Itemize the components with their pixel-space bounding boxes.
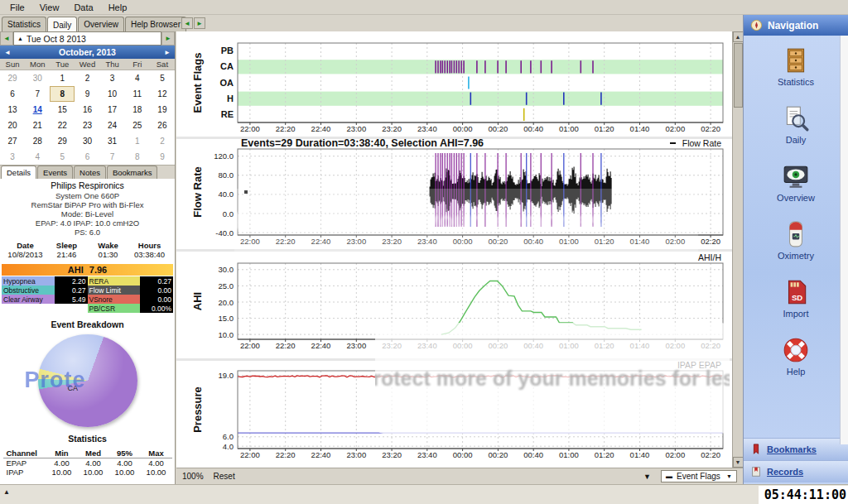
calendar-day[interactable]: 24 (100, 118, 125, 133)
calendar-day[interactable]: 16 (75, 102, 99, 118)
event-value: 2.20 (55, 276, 88, 286)
calendar-day[interactable]: 20 (0, 118, 25, 133)
nav-section-bookmarks[interactable]: Bookmarks (744, 438, 848, 460)
calendar-day[interactable]: 7 (100, 149, 125, 165)
nav-item-overview[interactable]: Overview (744, 162, 848, 220)
pressure-panel[interactable]: 19.06.04.0IPAP EPAP22:0022:2022:4023:002… (191, 360, 723, 459)
graph-selector[interactable]: ▬ Event Flags ▼ (661, 470, 737, 482)
calendar-day[interactable]: 25 (125, 118, 150, 133)
scroll-down-icon[interactable]: ▼ (733, 457, 744, 468)
calendar-month-label[interactable]: October, 2013 (59, 47, 116, 57)
calendar-day[interactable]: 7 (25, 86, 50, 102)
detail-tab-notes[interactable]: Notes (74, 166, 106, 179)
nav-item-import[interactable]: SDImport (744, 278, 848, 336)
calendar-day[interactable]: 30 (25, 70, 50, 86)
calendar-day[interactable]: 3 (0, 149, 25, 165)
calendar-next-icon[interactable]: ► (164, 49, 171, 56)
calendar-day[interactable]: 2 (150, 133, 175, 149)
calendar-day[interactable]: 6 (75, 149, 99, 165)
calendar-day[interactable]: 22 (50, 118, 75, 133)
nav-section-records[interactable]: Records (744, 460, 848, 482)
menu-file[interactable]: File (2, 2, 32, 13)
svg-text:01:00: 01:00 (559, 237, 579, 246)
calendar-day[interactable]: 9 (75, 86, 99, 102)
calendar-day[interactable]: 8 (125, 149, 150, 165)
tab-help-browser[interactable]: Help Browser (125, 17, 186, 31)
navigation-title: Navigation (768, 20, 818, 31)
event-flags-panel[interactable]: PBCAOAHRE22:0022:2022:4023:0023:2023:400… (191, 43, 723, 133)
svg-text:25.0: 25.0 (219, 281, 234, 290)
calendar-day[interactable]: 29 (0, 70, 25, 86)
calendar-day[interactable]: 9 (150, 149, 175, 165)
calendar-day[interactable]: 11 (125, 86, 150, 102)
calendar-day[interactable]: 2 (75, 70, 99, 86)
calendar-day[interactable]: 10 (100, 86, 125, 102)
nav-item-help[interactable]: Help (744, 336, 848, 394)
detail-tab-bookmarks[interactable]: Bookmarks (107, 166, 158, 179)
calendar-day[interactable]: 3 (100, 70, 125, 86)
status-expand-icon[interactable]: ▲ (3, 488, 10, 496)
scrollbar-thumb[interactable] (734, 43, 743, 108)
menu-help[interactable]: Help (101, 2, 135, 13)
ahi-panel[interactable]: 30.025.020.015.010.0AHI/H22:0022:2022:40… (191, 252, 723, 350)
tab-daily[interactable]: Daily (47, 17, 77, 32)
current-date-dropdown[interactable]: ▲ Tue Oct 8 2013 (13, 31, 161, 46)
reset-button[interactable]: Reset (214, 472, 235, 481)
tab-overview[interactable]: Overview (78, 17, 124, 31)
calendar-day[interactable]: 4 (125, 70, 150, 86)
nav-item-oximetry[interactable]: Oximetry (744, 220, 848, 278)
svg-text:RE: RE (221, 109, 234, 119)
calendar-day[interactable]: 14 (25, 102, 50, 118)
calendar-day[interactable]: 27 (0, 133, 25, 149)
prev-day-button[interactable]: ◄ (0, 31, 13, 46)
menu-data[interactable]: Data (66, 2, 100, 13)
calendar-day[interactable]: 1 (50, 70, 75, 86)
calendar-prev-icon[interactable]: ◄ (4, 49, 11, 56)
calendar-day[interactable]: 23 (75, 118, 99, 133)
detail-tab-events[interactable]: Events (37, 166, 73, 179)
calendar-day[interactable]: 18 (125, 102, 150, 118)
oximeter-icon (782, 220, 810, 248)
nav-item-daily[interactable]: Daily (744, 104, 848, 162)
calendar-day[interactable]: 1 (125, 133, 150, 149)
calendar-day[interactable]: 30 (75, 133, 99, 149)
calendar-day[interactable]: 13 (0, 102, 25, 118)
charts-canvas[interactable]: PBCAOAHRE22:0022:2022:4023:0023:2023:400… (176, 31, 732, 468)
chart-area[interactable]: PBCAOAHRE22:0022:2022:4023:0023:2023:400… (176, 31, 732, 468)
menu-view[interactable]: View (32, 2, 67, 13)
calendar-day[interactable]: 26 (150, 118, 175, 133)
calendar-day[interactable]: 19 (150, 102, 175, 118)
session-header: Date (5, 241, 46, 250)
calendar-day[interactable]: 12 (150, 86, 175, 102)
next-day-button[interactable]: ► (161, 31, 175, 46)
detail-tab-details[interactable]: Details (1, 166, 36, 179)
collapse-graphs-icon[interactable]: ▼ (643, 473, 651, 481)
calendar-day[interactable]: 15 (50, 102, 75, 118)
calendar-day[interactable]: 21 (25, 118, 50, 133)
calendar-day[interactable]: 31 (100, 133, 125, 149)
nav-scrollbar[interactable] (840, 36, 848, 444)
nav-item-label: Daily (786, 135, 806, 145)
calendar-weekday: Thu (100, 59, 125, 70)
calendar-day[interactable]: 5 (50, 149, 75, 165)
svg-text:01:00: 01:00 (559, 341, 579, 350)
pressure-legend-label: IPAP EPAP (677, 360, 721, 370)
tab-statistics[interactable]: Statistics (2, 17, 46, 31)
calendar-day[interactable]: 8 (50, 86, 75, 102)
calendar-weekday: Wed (75, 59, 99, 70)
calendar-day[interactable]: 28 (25, 133, 50, 149)
calendar-day[interactable]: 29 (50, 133, 75, 149)
flow-chart-title: Events=29 Duration=03:38:40, Selection A… (241, 137, 484, 149)
tab-scroll-left-icon[interactable]: ◄ (181, 17, 193, 29)
flow-rate-panel[interactable]: 120.080.040.00.0-40.0Events=29 Duration=… (191, 137, 723, 246)
calendar-day[interactable]: 4 (25, 149, 50, 165)
nav-item-statistics[interactable]: Statistics (744, 46, 848, 104)
calendar-day[interactable]: 5 (150, 70, 175, 86)
calendar-day[interactable]: 17 (100, 102, 125, 118)
calendar-day[interactable]: 6 (0, 86, 25, 102)
event-breakdown-title: Event Breakdown (0, 319, 175, 329)
tab-scroll-right-icon[interactable]: ► (194, 17, 205, 29)
scroll-up-icon[interactable]: ▲ (733, 31, 744, 42)
calendar-weekday: Sun (0, 59, 25, 70)
left-arrow-icon: ◄ (3, 35, 10, 42)
